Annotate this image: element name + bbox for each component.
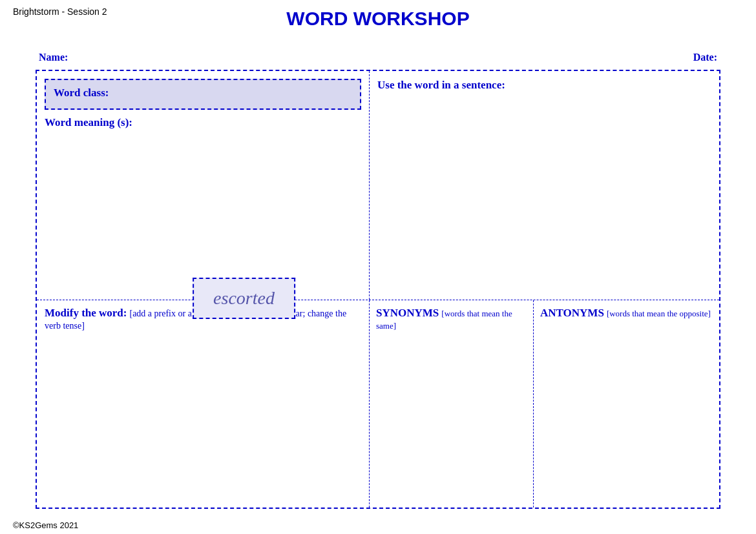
bottom-section: Modify the word: [add a prefix or a suff…	[37, 300, 719, 508]
modify-label: Modify the word:	[45, 307, 127, 319]
left-panel: Word class: Word meaning (s): escorted	[37, 71, 370, 300]
top-section: Word class: Word meaning (s): escorted U…	[37, 71, 719, 300]
antonyms-sub: [words that mean the opposite]	[607, 309, 711, 318]
outer-table: Word class: Word meaning (s): escorted U…	[36, 70, 720, 509]
copyright-text: ©KS2Gems 2021	[13, 520, 78, 530]
center-word-box: escorted	[193, 278, 295, 319]
synonyms-label: SYNONYMS	[376, 307, 439, 319]
antonyms-panel: ANTONYMS [words that mean the opposite]	[534, 300, 719, 508]
word-class-box: Word class:	[45, 79, 361, 110]
word-class-label: Word class:	[54, 87, 109, 99]
date-label: Date:	[693, 52, 717, 63]
use-in-sentence-label: Use the word in a sentence:	[377, 79, 711, 92]
word-meaning-label: Word meaning (s):	[45, 116, 361, 129]
center-word: escorted	[213, 288, 275, 308]
synonyms-panel: SYNONYMS [words that mean the same]	[370, 300, 534, 508]
footer: ©KS2Gems 2021	[13, 520, 78, 530]
antonyms-label: ANTONYMS	[540, 307, 604, 319]
right-panel: Use the word in a sentence:	[370, 71, 719, 300]
name-label: Name:	[39, 52, 68, 63]
modify-panel: Modify the word: [add a prefix or a suff…	[37, 300, 370, 508]
name-date-row: Name: Date:	[0, 49, 756, 66]
main-title: WORD WORKSHOP	[0, 3, 756, 30]
